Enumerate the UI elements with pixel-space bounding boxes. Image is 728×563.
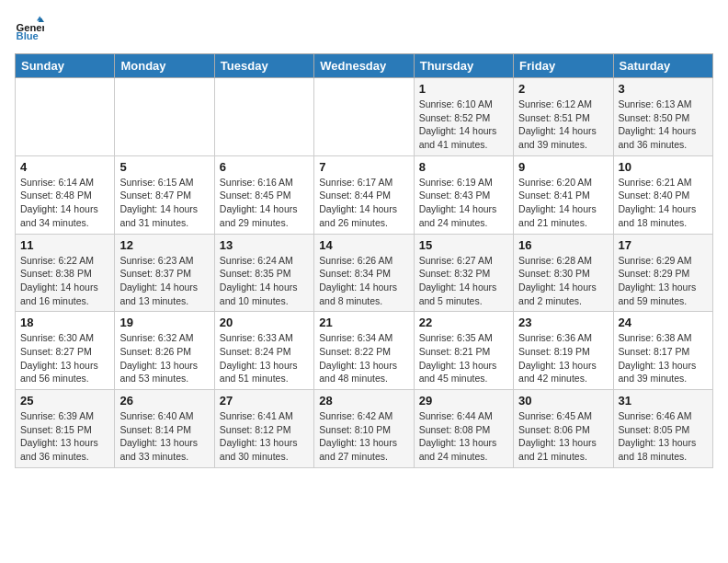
day-info: Sunrise: 6:40 AM Sunset: 8:14 PM Dayligh… — [119, 409, 209, 464]
calendar-cell: 26Sunrise: 6:40 AM Sunset: 8:14 PM Dayli… — [115, 390, 214, 468]
page-header: General Blue — [15, 15, 713, 44]
day-number: 13 — [220, 238, 309, 252]
calendar-cell: 25Sunrise: 6:39 AM Sunset: 8:15 PM Dayli… — [16, 390, 115, 468]
weekday-header: Tuesday — [214, 54, 313, 78]
calendar-cell: 6Sunrise: 6:16 AM Sunset: 8:45 PM Daylig… — [214, 155, 313, 234]
calendar-cell: 29Sunrise: 6:44 AM Sunset: 8:08 PM Dayli… — [414, 390, 513, 468]
calendar-cell: 19Sunrise: 6:32 AM Sunset: 8:26 PM Dayli… — [115, 312, 214, 390]
weekday-header: Sunday — [16, 54, 115, 78]
weekday-header: Saturday — [613, 54, 712, 78]
calendar-cell: 2Sunrise: 6:12 AM Sunset: 8:51 PM Daylig… — [514, 78, 613, 156]
day-info: Sunrise: 6:14 AM Sunset: 8:48 PM Dayligh… — [20, 176, 109, 230]
day-number: 22 — [419, 316, 508, 329]
calendar-cell: 14Sunrise: 6:26 AM Sunset: 8:34 PM Dayli… — [314, 234, 414, 312]
day-number: 11 — [20, 238, 109, 252]
day-info: Sunrise: 6:34 AM Sunset: 8:22 PM Dayligh… — [319, 331, 408, 385]
svg-text:Blue: Blue — [17, 30, 39, 41]
calendar-body: 1Sunrise: 6:10 AM Sunset: 8:52 PM Daylig… — [16, 78, 713, 468]
calendar-cell: 16Sunrise: 6:28 AM Sunset: 8:30 PM Dayli… — [514, 234, 613, 312]
day-number: 30 — [518, 394, 608, 408]
day-info: Sunrise: 6:29 AM Sunset: 8:29 PM Dayligh… — [619, 254, 708, 308]
day-info: Sunrise: 6:20 AM Sunset: 8:41 PM Dayligh… — [518, 176, 608, 230]
day-info: Sunrise: 6:12 AM Sunset: 8:51 PM Dayligh… — [518, 98, 608, 152]
day-number: 17 — [619, 238, 708, 252]
logo: General Blue — [15, 15, 48, 44]
logo-icon: General Blue — [15, 15, 44, 44]
calendar-cell — [314, 78, 414, 156]
calendar-cell: 9Sunrise: 6:20 AM Sunset: 8:41 PM Daylig… — [514, 155, 613, 234]
calendar-cell: 5Sunrise: 6:15 AM Sunset: 8:47 PM Daylig… — [115, 155, 214, 234]
day-number: 21 — [319, 316, 408, 329]
calendar-cell: 7Sunrise: 6:17 AM Sunset: 8:44 PM Daylig… — [314, 155, 414, 234]
day-info: Sunrise: 6:26 AM Sunset: 8:34 PM Dayligh… — [319, 254, 408, 308]
day-number: 1 — [419, 82, 508, 96]
calendar-cell: 12Sunrise: 6:23 AM Sunset: 8:37 PM Dayli… — [115, 234, 214, 312]
calendar-week-row: 18Sunrise: 6:30 AM Sunset: 8:27 PM Dayli… — [16, 312, 713, 390]
calendar-cell: 18Sunrise: 6:30 AM Sunset: 8:27 PM Dayli… — [16, 312, 115, 390]
day-info: Sunrise: 6:46 AM Sunset: 8:05 PM Dayligh… — [619, 409, 708, 464]
calendar-cell: 3Sunrise: 6:13 AM Sunset: 8:50 PM Daylig… — [613, 78, 712, 156]
day-number: 27 — [220, 394, 309, 408]
day-info: Sunrise: 6:24 AM Sunset: 8:35 PM Dayligh… — [220, 254, 309, 308]
day-number: 3 — [619, 82, 708, 96]
day-info: Sunrise: 6:39 AM Sunset: 8:15 PM Dayligh… — [20, 409, 109, 464]
calendar-week-row: 1Sunrise: 6:10 AM Sunset: 8:52 PM Daylig… — [16, 78, 713, 156]
day-info: Sunrise: 6:35 AM Sunset: 8:21 PM Dayligh… — [419, 331, 508, 385]
calendar-cell: 15Sunrise: 6:27 AM Sunset: 8:32 PM Dayli… — [414, 234, 513, 312]
day-number: 6 — [220, 160, 309, 174]
day-info: Sunrise: 6:15 AM Sunset: 8:47 PM Dayligh… — [119, 176, 209, 230]
day-number: 26 — [119, 394, 209, 408]
day-info: Sunrise: 6:28 AM Sunset: 8:30 PM Dayligh… — [518, 254, 608, 308]
day-number: 29 — [419, 394, 508, 408]
day-number: 16 — [518, 238, 608, 252]
weekday-header: Monday — [115, 54, 214, 78]
calendar-week-row: 11Sunrise: 6:22 AM Sunset: 8:38 PM Dayli… — [16, 234, 713, 312]
calendar-cell: 20Sunrise: 6:33 AM Sunset: 8:24 PM Dayli… — [214, 312, 313, 390]
day-info: Sunrise: 6:21 AM Sunset: 8:40 PM Dayligh… — [619, 176, 708, 230]
calendar-cell: 22Sunrise: 6:35 AM Sunset: 8:21 PM Dayli… — [414, 312, 513, 390]
day-number: 23 — [518, 316, 608, 329]
day-info: Sunrise: 6:44 AM Sunset: 8:08 PM Dayligh… — [419, 409, 508, 464]
day-info: Sunrise: 6:17 AM Sunset: 8:44 PM Dayligh… — [319, 176, 408, 230]
day-info: Sunrise: 6:36 AM Sunset: 8:19 PM Dayligh… — [518, 331, 608, 385]
day-info: Sunrise: 6:23 AM Sunset: 8:37 PM Dayligh… — [119, 254, 209, 308]
day-number: 8 — [419, 160, 508, 174]
day-number: 15 — [419, 238, 508, 252]
day-number: 7 — [319, 160, 408, 174]
day-number: 20 — [220, 316, 309, 329]
day-info: Sunrise: 6:38 AM Sunset: 8:17 PM Dayligh… — [619, 331, 708, 385]
day-number: 14 — [319, 238, 408, 252]
day-info: Sunrise: 6:22 AM Sunset: 8:38 PM Dayligh… — [20, 254, 109, 308]
calendar-cell: 10Sunrise: 6:21 AM Sunset: 8:40 PM Dayli… — [613, 155, 712, 234]
day-info: Sunrise: 6:13 AM Sunset: 8:50 PM Dayligh… — [619, 98, 708, 152]
calendar-cell: 4Sunrise: 6:14 AM Sunset: 8:48 PM Daylig… — [16, 155, 115, 234]
calendar-cell — [16, 78, 115, 156]
day-number: 12 — [119, 238, 209, 252]
calendar-table: SundayMondayTuesdayWednesdayThursdayFrid… — [15, 53, 713, 468]
calendar-cell: 31Sunrise: 6:46 AM Sunset: 8:05 PM Dayli… — [613, 390, 712, 468]
day-number: 4 — [20, 160, 109, 174]
calendar-cell: 17Sunrise: 6:29 AM Sunset: 8:29 PM Dayli… — [613, 234, 712, 312]
calendar-cell — [115, 78, 214, 156]
calendar-cell: 24Sunrise: 6:38 AM Sunset: 8:17 PM Dayli… — [613, 312, 712, 390]
day-info: Sunrise: 6:42 AM Sunset: 8:10 PM Dayligh… — [319, 409, 408, 464]
day-number: 19 — [119, 316, 209, 329]
calendar-cell: 11Sunrise: 6:22 AM Sunset: 8:38 PM Dayli… — [16, 234, 115, 312]
day-number: 28 — [319, 394, 408, 408]
day-info: Sunrise: 6:33 AM Sunset: 8:24 PM Dayligh… — [220, 331, 309, 385]
weekday-header: Thursday — [414, 54, 513, 78]
weekday-header: Wednesday — [314, 54, 414, 78]
day-number: 18 — [20, 316, 109, 329]
calendar-week-row: 25Sunrise: 6:39 AM Sunset: 8:15 PM Dayli… — [16, 390, 713, 468]
day-number: 10 — [619, 160, 708, 174]
day-info: Sunrise: 6:10 AM Sunset: 8:52 PM Dayligh… — [419, 98, 508, 152]
calendar-cell — [214, 78, 313, 156]
calendar-cell: 13Sunrise: 6:24 AM Sunset: 8:35 PM Dayli… — [214, 234, 313, 312]
calendar-week-row: 4Sunrise: 6:14 AM Sunset: 8:48 PM Daylig… — [16, 155, 713, 234]
day-info: Sunrise: 6:27 AM Sunset: 8:32 PM Dayligh… — [419, 254, 508, 308]
day-info: Sunrise: 6:19 AM Sunset: 8:43 PM Dayligh… — [419, 176, 508, 230]
day-number: 9 — [518, 160, 608, 174]
calendar-cell: 23Sunrise: 6:36 AM Sunset: 8:19 PM Dayli… — [514, 312, 613, 390]
calendar-header: SundayMondayTuesdayWednesdayThursdayFrid… — [16, 54, 713, 78]
calendar-cell: 27Sunrise: 6:41 AM Sunset: 8:12 PM Dayli… — [214, 390, 313, 468]
